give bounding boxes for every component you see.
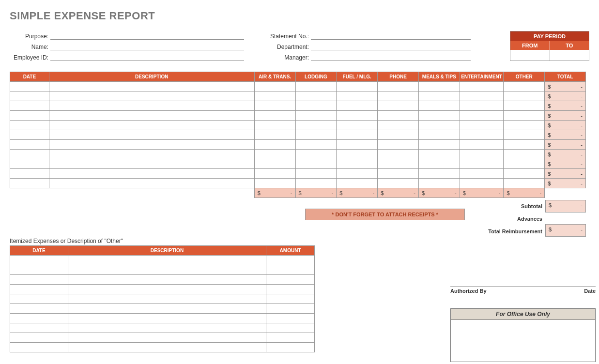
cell[interactable]	[378, 179, 419, 188]
cell[interactable]	[49, 179, 254, 188]
cell[interactable]	[418, 82, 460, 91]
cell[interactable]	[68, 333, 266, 343]
cell[interactable]	[295, 159, 337, 169]
cell[interactable]	[504, 140, 545, 150]
cell[interactable]	[378, 91, 419, 101]
cell[interactable]	[10, 323, 68, 333]
cell[interactable]	[378, 150, 419, 159]
pay-period-from-cell[interactable]	[510, 50, 550, 61]
cell[interactable]	[10, 150, 49, 159]
field-purpose[interactable]	[50, 31, 244, 40]
field-manager[interactable]	[311, 52, 471, 61]
cell[interactable]	[10, 82, 49, 91]
cell[interactable]	[68, 294, 266, 304]
cell[interactable]	[254, 91, 295, 101]
cell[interactable]	[418, 91, 460, 101]
cell[interactable]	[266, 333, 315, 343]
cell[interactable]	[68, 304, 266, 314]
cell[interactable]	[460, 111, 504, 121]
cell[interactable]	[10, 111, 49, 121]
cell[interactable]	[418, 121, 460, 130]
field-department[interactable]	[311, 42, 471, 50]
cell[interactable]	[266, 256, 315, 265]
cell[interactable]	[337, 111, 378, 121]
cell[interactable]	[460, 150, 504, 159]
cell[interactable]	[460, 91, 504, 101]
cell[interactable]	[295, 101, 337, 111]
cell[interactable]	[10, 159, 49, 169]
cell[interactable]	[378, 101, 419, 111]
cell[interactable]	[49, 159, 254, 169]
cell[interactable]	[266, 343, 315, 352]
cell[interactable]	[254, 150, 295, 159]
cell[interactable]	[378, 169, 419, 179]
cell[interactable]	[460, 121, 504, 130]
cell[interactable]	[295, 150, 337, 159]
cell[interactable]	[254, 179, 295, 188]
cell[interactable]	[10, 121, 49, 130]
cell[interactable]	[10, 101, 49, 111]
cell[interactable]	[68, 256, 266, 265]
cell[interactable]	[504, 179, 545, 188]
value-advances[interactable]	[545, 212, 586, 225]
cell[interactable]	[49, 111, 254, 121]
cell[interactable]	[266, 304, 315, 314]
cell[interactable]	[418, 150, 460, 159]
cell[interactable]	[418, 101, 460, 111]
cell[interactable]	[254, 140, 295, 150]
cell[interactable]	[418, 159, 460, 169]
cell[interactable]	[10, 256, 68, 265]
cell[interactable]	[10, 91, 49, 101]
cell[interactable]	[504, 130, 545, 140]
cell[interactable]	[266, 323, 315, 333]
cell[interactable]	[337, 82, 378, 91]
cell[interactable]	[504, 159, 545, 169]
cell[interactable]	[49, 140, 254, 150]
cell[interactable]	[295, 179, 337, 188]
cell[interactable]	[10, 314, 68, 323]
cell[interactable]	[504, 111, 545, 121]
cell[interactable]	[68, 275, 266, 285]
cell[interactable]	[68, 314, 266, 323]
cell[interactable]	[266, 265, 315, 275]
cell[interactable]	[68, 265, 266, 275]
cell[interactable]	[504, 82, 545, 91]
cell[interactable]	[460, 101, 504, 111]
pay-period-to-cell[interactable]	[550, 50, 589, 61]
cell[interactable]	[10, 169, 49, 179]
cell[interactable]	[460, 159, 504, 169]
cell[interactable]	[504, 169, 545, 179]
field-name[interactable]	[50, 42, 244, 50]
cell[interactable]	[378, 130, 419, 140]
field-statement-no[interactable]	[311, 31, 471, 40]
cell[interactable]	[337, 179, 378, 188]
cell[interactable]	[504, 91, 545, 101]
cell[interactable]	[266, 285, 315, 294]
cell[interactable]	[295, 130, 337, 140]
cell[interactable]	[10, 275, 68, 285]
cell[interactable]	[337, 130, 378, 140]
cell[interactable]	[378, 140, 419, 150]
cell[interactable]	[68, 343, 266, 352]
cell[interactable]	[418, 140, 460, 150]
cell[interactable]	[10, 179, 49, 188]
cell[interactable]	[10, 130, 49, 140]
cell[interactable]	[295, 121, 337, 130]
cell[interactable]	[460, 179, 504, 188]
cell[interactable]	[418, 111, 460, 121]
cell[interactable]	[10, 333, 68, 343]
cell[interactable]	[460, 130, 504, 140]
cell[interactable]	[295, 140, 337, 150]
field-employee-id[interactable]	[50, 52, 244, 61]
cell[interactable]	[378, 82, 419, 91]
cell[interactable]	[10, 285, 68, 294]
cell[interactable]	[68, 323, 266, 333]
cell[interactable]	[266, 314, 315, 323]
cell[interactable]	[49, 82, 254, 91]
cell[interactable]	[337, 169, 378, 179]
cell[interactable]	[337, 150, 378, 159]
cell[interactable]	[295, 169, 337, 179]
cell[interactable]	[460, 82, 504, 91]
cell[interactable]	[418, 130, 460, 140]
office-use-body[interactable]	[451, 320, 595, 362]
